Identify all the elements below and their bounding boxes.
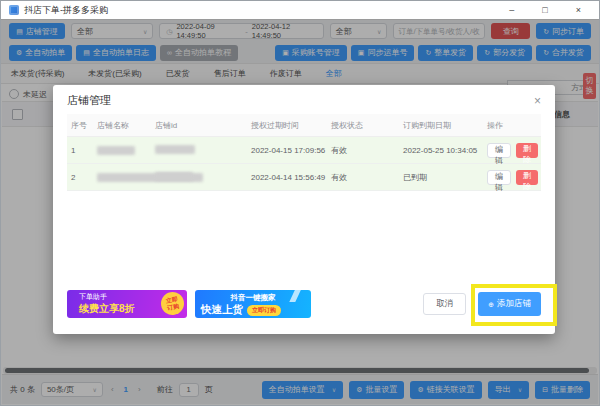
modal-footer-buttons: 取消 ⊕ 添加店铺 (423, 292, 541, 316)
title-bar: 抖店下单-拼多多采购 – □ × (1, 1, 599, 20)
auth-status-value: 有效 (331, 145, 403, 156)
close-icon[interactable]: × (534, 95, 541, 107)
auth-expire-value: 2022-04-14 15:56:49 (251, 173, 331, 182)
promo1-badge-line2: 订购 (167, 302, 180, 311)
add-store-wrap: ⊕ 添加店铺 (478, 292, 541, 316)
shop-table: 序号 店铺名称 店铺id 授权过期时间 授权状态 订购到期日期 操作 1 202… (67, 114, 541, 191)
app-icon (9, 5, 19, 15)
row-operations: 编辑 删除 (487, 143, 538, 158)
promo2-order-badge: 立即订购 (247, 305, 281, 316)
auth-expire-value: 2022-04-15 17:09:56 (251, 146, 331, 155)
col-shop-name: 店铺名称 (97, 120, 155, 131)
col-no: 序号 (71, 120, 97, 131)
shop-manage-modal: 店铺管理 × 序号 店铺名称 店铺id 授权过期时间 授权状态 订购到期日期 操… (53, 85, 555, 334)
redacted-shop-name (97, 146, 135, 155)
col-auth-expire: 授权过期时间 (251, 120, 331, 131)
col-shop-id: 店铺id (155, 120, 251, 131)
delete-shop-button[interactable]: 删除 (516, 143, 538, 158)
redacted-shop-id (155, 172, 193, 181)
col-purchase-expire: 订购到期日期 (403, 120, 487, 131)
purchase-expire-value: 已到期 (403, 172, 487, 183)
edit-shop-button[interactable]: 编辑 (487, 143, 511, 158)
purchase-expire-value: 2022-05-25 10:34:05 (403, 146, 487, 155)
modal-header: 店铺管理 × (53, 85, 555, 114)
table-row: 1 2022-04-15 17:09:56 有效 2022-05-25 10:3… (67, 137, 541, 164)
douyin-move-promo-banner[interactable]: 抖音一键搬家 快速上货 立即订购 (195, 290, 311, 318)
col-auth-status: 授权状态 (331, 120, 403, 131)
col-operations: 操作 (487, 120, 537, 131)
app-window: 抖店下单-拼多多采购 – □ × ▤ 店铺管理 全部 ∨ ◷ 2022-04-0… (0, 0, 600, 406)
renewal-promo-banner[interactable]: 下单助手 续费立享8折 立即 订购 (67, 290, 187, 318)
add-store-label: 添加店铺 (497, 298, 531, 310)
edit-shop-button[interactable]: 编辑 (487, 170, 511, 185)
modal-footer: 下单助手 续费立享8折 立即 订购 抖音一键搬家 快速上货 立即订购 取消 (53, 282, 555, 334)
row-no: 2 (71, 173, 97, 182)
modal-title: 店铺管理 (67, 93, 111, 108)
minimize-button[interactable]: – (509, 1, 514, 19)
shop-table-header-row: 序号 店铺名称 店铺id 授权过期时间 授权状态 订购到期日期 操作 (67, 114, 541, 137)
table-row: 2 2022-04-14 15:56:49 有效 已到期 编辑 删除 (67, 164, 541, 191)
close-window-button[interactable]: × (576, 1, 581, 19)
delete-shop-button[interactable]: 删除 (516, 170, 538, 185)
window-controls: – □ × (509, 1, 591, 19)
auth-status-value: 有效 (331, 172, 403, 183)
redacted-shop-id (155, 145, 195, 154)
add-store-button[interactable]: ⊕ 添加店铺 (478, 292, 541, 316)
window-title: 抖店下单-拼多多采购 (24, 4, 108, 17)
maximize-button[interactable]: □ (542, 1, 547, 19)
row-operations: 编辑 删除 (487, 170, 538, 185)
plus-circle-icon: ⊕ (488, 301, 494, 308)
promo2-line2: 快速上货 (201, 303, 243, 317)
cancel-button[interactable]: 取消 (423, 293, 466, 315)
row-no: 1 (71, 146, 97, 155)
